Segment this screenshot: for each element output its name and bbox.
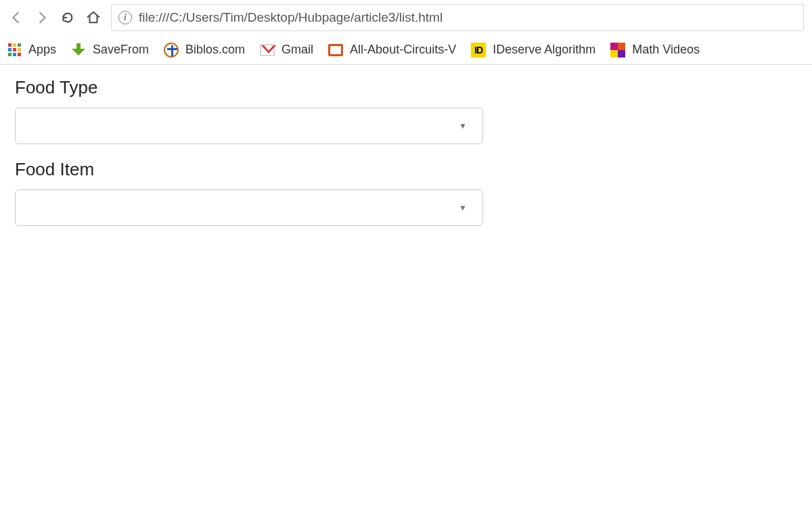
home-button[interactable] [85, 9, 102, 26]
bookmark-all-about-circuits[interactable]: All-About-Circuits-V [328, 43, 456, 58]
bookmark-label: All-About-Circuits-V [350, 43, 456, 57]
bookmark-label: SaveFrom [93, 43, 149, 57]
url-text: file:///C:/Users/Tim/Desktop/Hubpage/art… [139, 10, 443, 25]
bookmark-gmail[interactable]: Gmail [260, 43, 313, 58]
forward-arrow-icon [35, 10, 49, 25]
gmail-icon [260, 43, 275, 58]
site-info-icon[interactable]: i [118, 11, 132, 24]
bookmark-label: Gmail [281, 43, 313, 57]
back-button[interactable] [8, 9, 24, 26]
bookmark-savefrom[interactable]: SaveFrom [71, 43, 149, 58]
apps-grid-icon [7, 43, 22, 58]
food-item-label: Food Item [15, 159, 797, 180]
food-item-select-wrap: ▼ [15, 190, 483, 226]
cross-circle-icon [164, 43, 179, 58]
home-icon [86, 10, 101, 25]
bookmark-ideserve[interactable]: ID IDeserve Algorithm [471, 43, 595, 58]
reload-button[interactable] [60, 9, 76, 26]
back-arrow-icon [9, 10, 24, 25]
page-content: Food Type ▼ Food Item ▼ [0, 65, 812, 250]
food-type-label: Food Type [15, 77, 797, 98]
download-arrow-icon [71, 43, 86, 58]
food-item-select[interactable] [15, 190, 483, 226]
bookmark-label: Math Videos [632, 43, 700, 57]
four-color-square-icon [610, 43, 625, 58]
forward-button[interactable] [34, 9, 50, 26]
bookmarks-bar: Apps SaveFrom Biblos.com Gmail All-About… [0, 35, 812, 65]
bookmark-math-videos[interactable]: Math Videos [610, 43, 700, 58]
bookmark-biblos[interactable]: Biblos.com [164, 43, 245, 58]
apps-button[interactable]: Apps [7, 43, 56, 58]
food-type-select-wrap: ▼ [15, 108, 483, 144]
bookmark-label: Biblos.com [185, 43, 245, 57]
browser-toolbar: i file:///C:/Users/Tim/Desktop/Hubpage/a… [0, 0, 812, 35]
bookmark-label: IDeserve Algorithm [493, 43, 595, 57]
ideserve-icon: ID [471, 43, 486, 58]
square-outline-icon [328, 43, 343, 58]
apps-label: Apps [28, 43, 56, 57]
address-bar[interactable]: i file:///C:/Users/Tim/Desktop/Hubpage/a… [111, 4, 804, 31]
reload-icon [60, 10, 75, 25]
food-type-select[interactable] [15, 108, 483, 144]
